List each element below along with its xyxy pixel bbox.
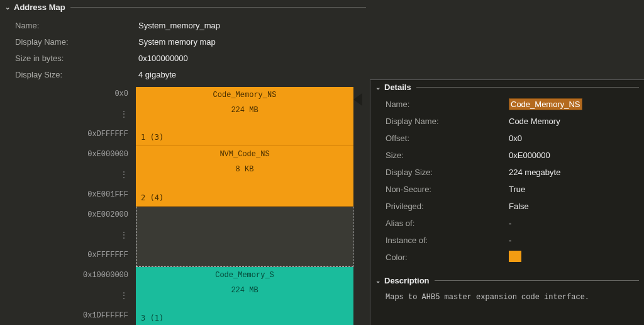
memory-block-nvm-code-ns[interactable]: NVM_Code_NS 8 KB 2 (4) xyxy=(136,146,353,207)
color-swatch[interactable] xyxy=(509,251,521,262)
d-sz-val: 0xE000000 xyxy=(509,151,550,160)
chevron-down-icon: ⌄ xyxy=(5,4,10,11)
details-title: Details xyxy=(384,83,411,92)
size-key: Size in bytes: xyxy=(15,54,138,63)
memory-block-code-memory-ns[interactable]: Code_Memory_NS 224 MB 1 (3) xyxy=(136,87,353,146)
vdots-icon: ⋮ xyxy=(120,170,128,180)
d-dn-val: Code Memory xyxy=(509,117,560,126)
addr-label: 0xE000000 xyxy=(87,150,128,159)
d-al-val: - xyxy=(509,219,511,228)
d-name-val[interactable]: Code_Memory_NS xyxy=(509,98,582,110)
displayname-val: System memory map xyxy=(138,37,216,47)
d-ns-val: True xyxy=(509,185,525,194)
address-map-header[interactable]: ⌄ Address Map xyxy=(0,0,371,14)
d-name-key: Name: xyxy=(386,100,509,109)
memory-block-code-memory-s[interactable]: Code_Memory_S 224 MB 3 (1) xyxy=(136,267,353,325)
chevron-down-icon: ⌄ xyxy=(375,84,380,91)
rule xyxy=(416,87,639,88)
vdots-icon: ⋮ xyxy=(120,110,128,119)
d-al-key: Alias of: xyxy=(386,219,509,228)
block-size: 224 MB xyxy=(136,280,353,295)
dispsize-val: 4 gigabyte xyxy=(138,70,176,79)
chevron-down-icon: ⌄ xyxy=(375,277,380,284)
addr-label: 0xE002000 xyxy=(87,210,128,219)
dispsize-key: Display Size: xyxy=(15,70,138,79)
description-title: Description xyxy=(384,276,430,285)
d-pr-key: Privileged: xyxy=(386,202,509,211)
addr-label: 0xDFFFFFF xyxy=(87,130,128,139)
d-sz-key: Size: xyxy=(386,151,509,160)
block-index: 2 (4) xyxy=(141,193,164,202)
d-in-key: Instance of: xyxy=(386,236,509,245)
d-in-val: - xyxy=(509,236,511,245)
selection-pointer-icon xyxy=(353,93,362,106)
d-off-key: Offset: xyxy=(386,134,509,143)
address-map-title: Address Map xyxy=(14,3,65,12)
block-size: 224 MB xyxy=(136,100,353,115)
vdots-icon: ⋮ xyxy=(120,291,128,300)
block-index: 1 (3) xyxy=(141,133,164,142)
block-name: Code_Memory_NS xyxy=(136,87,353,100)
addr-label: 0xFFFFFFF xyxy=(87,251,128,259)
details-header[interactable]: ⌄ Details xyxy=(370,80,644,94)
description-header[interactable]: ⌄ Description xyxy=(370,273,644,288)
d-col-key: Color: xyxy=(386,253,509,262)
block-name: Code_Memory_S xyxy=(136,267,353,280)
d-dsz-key: Display Size: xyxy=(386,168,509,177)
name-key: Name: xyxy=(15,21,138,30)
block-index: 3 (1) xyxy=(141,314,164,322)
d-off-val: 0x0 xyxy=(509,134,522,143)
rule xyxy=(435,280,639,281)
memory-block-empty[interactable] xyxy=(136,207,353,267)
addr-label: 0x10000000 xyxy=(83,271,128,280)
addr-label: 0xE001FFF xyxy=(87,190,128,199)
size-val: 0x100000000 xyxy=(138,54,188,63)
block-name: NVM_Code_NS xyxy=(136,146,353,159)
d-dsz-val: 224 megabyte xyxy=(509,168,560,177)
vdots-icon: ⋮ xyxy=(120,231,128,240)
addr-label: 0x1DFFFFFF xyxy=(83,311,128,320)
address-map-props: Name: System_memory_map Display Name: Sy… xyxy=(0,14,371,89)
description-text: Maps to AHB5 master expansion code inter… xyxy=(370,288,644,302)
block-size: 8 KB xyxy=(136,159,353,174)
addr-label: 0x0 xyxy=(114,89,128,98)
d-dn-key: Display Name: xyxy=(386,117,509,126)
rule xyxy=(70,7,366,8)
d-pr-val: False xyxy=(509,202,529,211)
displayname-key: Display Name: xyxy=(15,37,138,47)
name-val: System_memory_map xyxy=(138,21,220,30)
d-ns-key: Non-Secure: xyxy=(386,185,509,194)
